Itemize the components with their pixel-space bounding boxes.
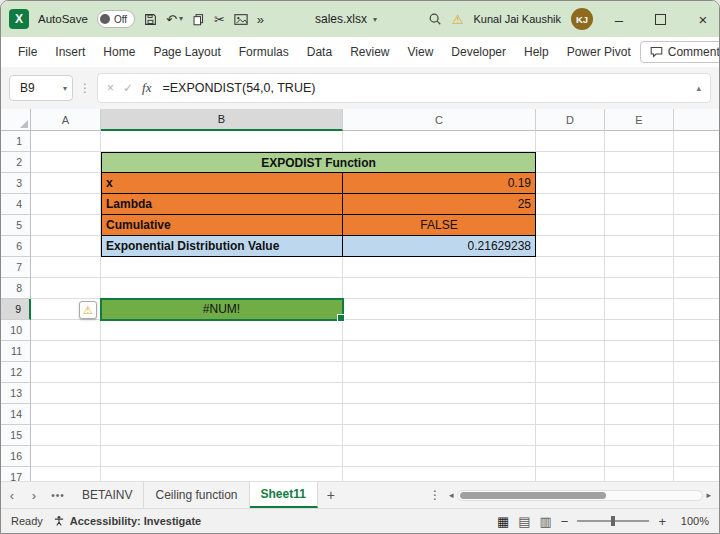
insert-function-icon[interactable]: fx [142,80,151,96]
cell-E6[interactable] [605,236,674,257]
cell-C8[interactable] [343,278,536,299]
row-header-9[interactable]: 9 [1,299,31,320]
formula-input[interactable]: =EXPONDIST(54,0, TRUE) [162,81,687,95]
cell-D13[interactable] [536,383,605,404]
cell-D10[interactable] [536,320,605,341]
cell-D3[interactable] [536,173,605,194]
cell-B6[interactable]: Exponential Distribution Value [101,236,343,257]
new-sheet-button[interactable]: + [318,482,344,508]
cell-C1[interactable] [343,131,536,152]
tab-home[interactable]: Home [94,37,144,67]
all-sheets-menu-icon[interactable]: ⋮ [423,482,447,508]
cell-A3[interactable] [31,173,101,194]
cell-C6[interactable]: 0.21629238 [343,236,536,257]
tab-formulas[interactable]: Formulas [230,37,298,67]
row-header-6[interactable]: 6 [1,236,31,257]
cell-C16[interactable] [343,446,536,467]
cell-B13[interactable] [101,383,343,404]
cell-D17[interactable] [536,467,605,481]
close-button[interactable]: × [687,1,719,37]
avatar[interactable]: KJ [571,8,593,30]
save-icon[interactable] [144,13,157,26]
cell-D9[interactable] [536,299,605,320]
sheet-nav-right-icon[interactable]: › [23,482,45,508]
maximize-button[interactable] [645,1,677,37]
row-header-1[interactable]: 1 [1,131,31,152]
undo-icon[interactable]: ↶▾ [166,13,183,26]
tab-data[interactable]: Data [298,37,341,67]
zoom-out-icon[interactable]: − [561,515,569,528]
cell-D2[interactable] [536,152,605,173]
collapse-formula-bar-icon[interactable]: ▴ [696,83,701,93]
sheet-tab-ceiling-function[interactable]: Ceiling function [144,482,249,508]
cell-E1[interactable] [605,131,674,152]
cell-E5[interactable] [605,215,674,236]
row-header-3[interactable]: 3 [1,173,31,194]
cell-C9[interactable] [343,299,536,320]
cell-B8[interactable] [101,278,343,299]
cell-B15[interactable] [101,425,343,446]
cell-B12[interactable] [101,362,343,383]
column-header-C[interactable]: C [343,109,536,131]
confirm-entry-icon[interactable]: ✓ [123,82,133,94]
autosave-toggle[interactable]: Off [97,10,135,28]
zoom-level[interactable]: 100% [675,515,709,527]
cell-C13[interactable] [343,383,536,404]
cell-D12[interactable] [536,362,605,383]
accessibility-status[interactable]: Accessibility: Investigate [53,515,201,527]
row-header-4[interactable]: 4 [1,194,31,215]
cut-icon[interactable]: ✂ [214,13,225,26]
row-header-16[interactable]: 16 [1,446,31,467]
row-header-17[interactable]: 17 [1,467,31,481]
cell-A11[interactable] [31,341,101,362]
sheet-tab-sheet11[interactable]: Sheet11 [250,482,318,508]
more-commands-icon[interactable]: » [257,13,264,26]
cell-E7[interactable] [605,257,674,278]
row-header-7[interactable]: 7 [1,257,31,278]
select-all-corner[interactable] [1,109,31,131]
horizontal-scrollbar[interactable]: ◂ ▸ [447,482,719,508]
row-header-2[interactable]: 2 [1,152,31,173]
cell-B3[interactable]: x [101,173,343,194]
cell-A9[interactable]: ⚠ [31,299,101,320]
filename-button[interactable]: sales.xlsx ▾ [315,12,377,26]
cell-D5[interactable] [536,215,605,236]
column-header-B[interactable]: B [101,109,343,131]
cell-E2[interactable] [605,152,674,173]
cell-A1[interactable] [31,131,101,152]
cell-B2[interactable]: EXPODIST Function [101,152,536,173]
cell-B7[interactable] [101,257,343,278]
cell-D7[interactable] [536,257,605,278]
row-header-15[interactable]: 15 [1,425,31,446]
cell-A17[interactable] [31,467,101,481]
cell-C10[interactable] [343,320,536,341]
cell-C14[interactable] [343,404,536,425]
cell-E17[interactable] [605,467,674,481]
cell-E16[interactable] [605,446,674,467]
cell-D14[interactable] [536,404,605,425]
cell-D8[interactable] [536,278,605,299]
sheet-list-ellipsis[interactable]: ••• [45,482,71,508]
search-icon[interactable] [428,12,442,26]
cell-A5[interactable] [31,215,101,236]
row-header-11[interactable]: 11 [1,341,31,362]
minimize-button[interactable]: – [603,1,635,37]
user-name[interactable]: Kunal Jai Kaushik [474,13,561,25]
cell-A4[interactable] [31,194,101,215]
cell-A2[interactable] [31,152,101,173]
scrollbar-track[interactable] [457,490,704,501]
column-header-D[interactable]: D [536,109,605,131]
row-header-12[interactable]: 12 [1,362,31,383]
cell-C15[interactable] [343,425,536,446]
sheet-tab-betainv[interactable]: BETAINV [71,482,144,508]
fill-handle[interactable] [337,314,345,322]
zoom-in-icon[interactable]: + [658,515,666,528]
tab-insert[interactable]: Insert [46,37,94,67]
cell-E3[interactable] [605,173,674,194]
column-header-E[interactable]: E [605,109,674,131]
cell-C12[interactable] [343,362,536,383]
cell-E8[interactable] [605,278,674,299]
cell-D1[interactable] [536,131,605,152]
cell-E9[interactable] [605,299,674,320]
column-header-A[interactable]: A [31,109,101,131]
